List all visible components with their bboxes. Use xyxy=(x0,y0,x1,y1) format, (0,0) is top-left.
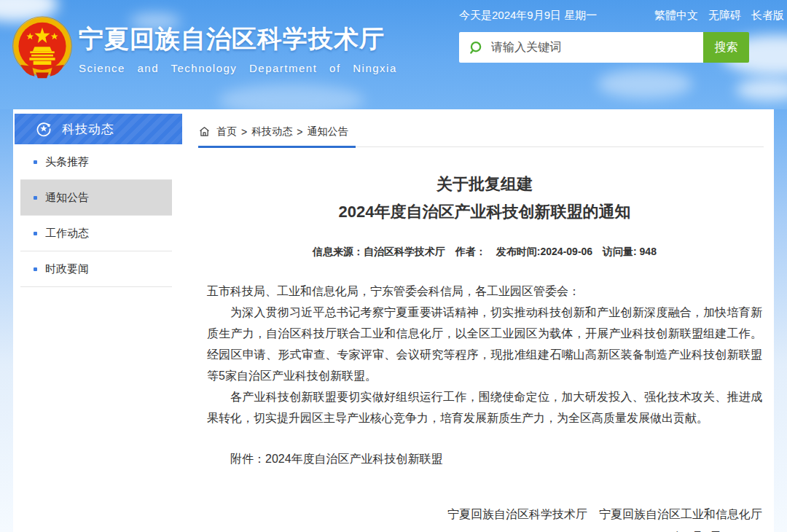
sidebar-item-notices[interactable]: 通知公告 xyxy=(20,180,172,216)
sidebar: 科技动态 头条推荐 通知公告 工作动态 时政要闻 xyxy=(13,109,182,532)
search-icon xyxy=(469,40,484,55)
breadcrumb-home[interactable]: 首页 xyxy=(216,125,237,138)
article-title: 关于批复组建 2024年度自治区产业科技创新联盟的通知 xyxy=(207,171,762,226)
signature-date: 2024年9月2日 xyxy=(207,526,762,532)
cloud-decoration xyxy=(736,79,787,101)
article-body: 五市科技局、工业和信息化局，宁东管委会科信局，各工业园区管委会： 为深入贯彻习近… xyxy=(207,281,762,429)
sidebar-item-headlines[interactable]: 头条推荐 xyxy=(20,144,172,180)
today-date-text: 今天是2024年9月9日 星期一 xyxy=(459,9,597,23)
site-header: 宁夏回族自治区科学技术厅 Science and Technology Depa… xyxy=(0,0,787,109)
refresh-star-icon xyxy=(35,120,52,138)
link-accessibility[interactable]: 无障碍 xyxy=(708,9,741,23)
cloud-decoration xyxy=(598,69,692,98)
meta-author: 作者： xyxy=(455,246,486,257)
sidebar-title: 科技动态 xyxy=(62,121,114,138)
cloud-decoration xyxy=(219,84,364,109)
content-card: 科技动态 头条推荐 通知公告 工作动态 时政要闻 xyxy=(13,109,774,532)
signature-organizations: 宁夏回族自治区科学技术厅 宁夏回族自治区工业和信息化厅 xyxy=(207,504,762,525)
sidebar-menu: 头条推荐 通知公告 工作动态 时政要闻 xyxy=(20,144,172,287)
sidebar-header: 科技动态 xyxy=(15,114,182,144)
search-bar: 搜索 xyxy=(459,32,749,63)
sidebar-item-label: 头条推荐 xyxy=(45,155,89,169)
article-title-line2: 2024年度自治区产业科技创新联盟的通知 xyxy=(207,198,762,226)
link-traditional-chinese[interactable]: 繁體中文 xyxy=(654,9,698,23)
search-input[interactable] xyxy=(491,41,696,54)
sidebar-item-label: 时政要闻 xyxy=(45,262,89,276)
site-subtitle: Science and Technology Department of Nin… xyxy=(79,62,397,74)
meta-views: 访问量: 948 xyxy=(603,246,657,257)
article-title-line1: 关于批复组建 xyxy=(207,171,762,198)
bullet-icon xyxy=(34,196,37,200)
article-paragraph: 五市科技局、工业和信息化局，宁东管委会科信局，各工业园区管委会： xyxy=(207,281,762,302)
article-paragraph: 为深入贯彻习近平总书记考察宁夏重要讲话精神，切实推动科技创新和产业创新深度融合，… xyxy=(207,302,762,386)
site-brand: 宁夏回族自治区科学技术厅 Science and Technology Depa… xyxy=(10,16,397,80)
article-meta: 信息来源：自治区科学技术厅 作者： 发布时间:2024-09-06 访问量: 9… xyxy=(207,246,762,259)
breadcrumb: 首页 > 科技动态 > 通知公告 xyxy=(198,117,764,147)
breadcrumb-separator: > xyxy=(297,126,302,138)
home-icon xyxy=(198,125,211,138)
bullet-icon xyxy=(34,160,37,164)
article: 关于批复组建 2024年度自治区产业科技创新联盟的通知 信息来源：自治区科学技术… xyxy=(198,171,764,532)
bullet-icon xyxy=(34,267,37,271)
breadcrumb-section[interactable]: 科技动态 xyxy=(251,125,292,138)
attachment-link[interactable]: 附件：2024年度自治区产业科技创新联盟 xyxy=(207,452,762,467)
breadcrumb-current[interactable]: 通知公告 xyxy=(307,125,348,138)
site-title: 宁夏回族自治区科学技术厅 xyxy=(79,23,397,56)
search-button[interactable]: 搜索 xyxy=(703,32,749,63)
breadcrumb-separator: > xyxy=(241,126,247,138)
main-content: 首页 > 科技动态 > 通知公告 关于批复组建 2024年度自治区产业科技创新联… xyxy=(182,109,774,532)
bullet-icon xyxy=(34,232,37,235)
link-elderly-version[interactable]: 长者版 xyxy=(751,9,784,23)
meta-source: 信息来源：自治区科学技术厅 xyxy=(313,246,445,257)
sidebar-item-work-news[interactable]: 工作动态 xyxy=(20,216,172,251)
article-paragraph: 各产业科技创新联盟要切实做好组织运行工作，围绕使命定位，加大研发投入、强化技术攻… xyxy=(207,386,762,429)
meta-publish-time: 发布时间:2024-09-06 xyxy=(496,246,592,257)
national-emblem-logo xyxy=(10,16,74,80)
sidebar-item-label: 通知公告 xyxy=(45,191,89,205)
sidebar-item-label: 工作动态 xyxy=(45,227,89,240)
sidebar-item-politics-news[interactable]: 时政要闻 xyxy=(20,251,172,287)
article-signature: 宁夏回族自治区科学技术厅 宁夏回族自治区工业和信息化厅 2024年9月2日 xyxy=(207,504,762,532)
